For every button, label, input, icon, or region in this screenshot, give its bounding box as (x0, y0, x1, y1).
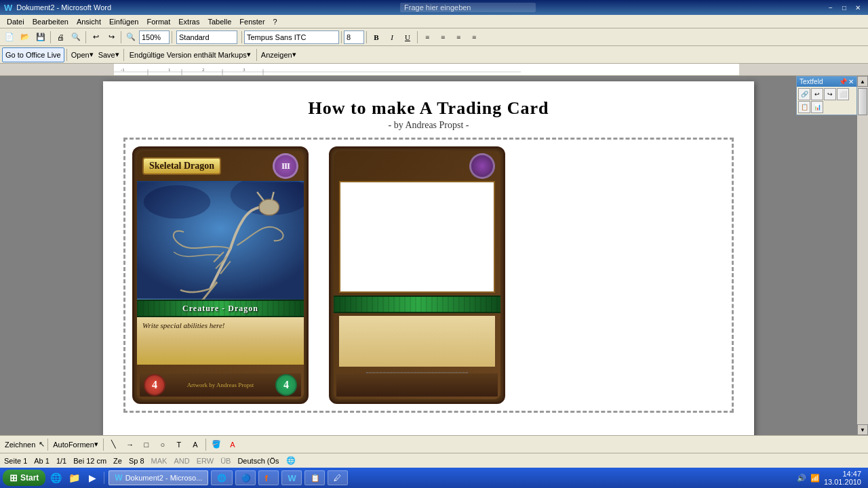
ruler: -1 1 2 3 (0, 64, 868, 76)
anzeigen-dropdown[interactable]: Anzeigen▾ (259, 47, 298, 62)
align-left-button[interactable]: ≡ (420, 30, 435, 45)
rect-tool[interactable]: □ (139, 437, 154, 452)
draw-label: Zeichnen (3, 437, 37, 452)
minimize-button[interactable]: − (825, 3, 837, 12)
align-center-button[interactable]: ≡ (435, 30, 450, 45)
open-tb-label: Open (71, 51, 90, 59)
taskbar-app5[interactable]: W (281, 470, 302, 485)
word-taskbar-icon: W (115, 473, 122, 483)
toolbar-standard: 📄 📂 💾 🖨 🔍 ↩ ↪ 🔍 B I U ≡ ≡ ≡ ≡ (0, 28, 868, 46)
maximize-button[interactable]: □ (838, 3, 850, 12)
ruler-right (739, 64, 868, 75)
taskbar-app4[interactable]: f (258, 470, 279, 485)
menu-fenster[interactable]: Fenster (235, 17, 269, 26)
underline-button[interactable]: U (400, 30, 415, 45)
taskbar-app3[interactable]: 🔵 (235, 470, 256, 485)
save-tb-label: Save (98, 51, 115, 59)
version-dropdown[interactable]: Endgültige Version enthält Markups▾ (126, 47, 254, 62)
status-ab: Ab 1 (34, 457, 50, 465)
tf-icon-2[interactable]: ↩ (811, 88, 823, 100)
scroll-thumb[interactable] (858, 88, 867, 115)
print-preview-button[interactable]: 🔍 (68, 30, 83, 45)
line-tool[interactable]: ╲ (106, 437, 121, 452)
draw-toolbar: Zeichnen ↖ AutoFormen▾ ╲ → □ ○ T A 🪣 A (0, 435, 868, 453)
ie-quicklaunch[interactable]: 🌐 (48, 470, 64, 485)
status-page: Seite 1 (4, 457, 27, 465)
svg-text:-1: -1 (121, 67, 125, 73)
menu-bearbeiten[interactable]: Bearbeiten (28, 17, 73, 26)
tf-icon-1[interactable]: 🔗 (798, 88, 810, 100)
close-button[interactable]: ✕ (852, 3, 864, 12)
tf-icon-6[interactable]: 📊 (811, 101, 823, 113)
card-right-artwork (339, 181, 495, 293)
svg-point-12 (259, 199, 279, 216)
card-type-bar-left: Creature - Dragon (137, 300, 304, 317)
style-box[interactable] (176, 30, 237, 44)
style-dropdown[interactable] (174, 30, 239, 45)
textfeld-pin-icon[interactable]: 📌 (839, 78, 847, 85)
scroll-up-arrow[interactable]: ▲ (857, 76, 868, 87)
font-box[interactable] (244, 30, 339, 44)
menu-tabelle[interactable]: Tabelle (203, 17, 235, 26)
textbox-tool[interactable]: T (172, 437, 186, 452)
menu-format[interactable]: Format (142, 17, 174, 26)
tf-icon-3[interactable]: ↪ (824, 88, 836, 100)
menu-ansicht[interactable]: Ansicht (73, 17, 105, 26)
open-button[interactable]: 📂 (18, 30, 33, 45)
save-button-tb[interactable]: 💾 (33, 30, 48, 45)
align-justify-button[interactable]: ≡ (467, 30, 481, 45)
taskbar-word-app[interactable]: W Dokument2 - Microso... (108, 470, 208, 485)
arrow-tool[interactable]: → (123, 437, 138, 452)
wordart-tool[interactable]: A (188, 437, 203, 452)
open-tb-button[interactable]: Open▾ (69, 47, 96, 62)
dragon-svg (137, 181, 304, 300)
vscrollbar[interactable]: ▲ ▼ (857, 76, 868, 435)
save-tb-button[interactable]: Save▾ (96, 47, 121, 62)
bold-button[interactable]: B (369, 30, 384, 45)
print-button[interactable]: 🖨 (53, 30, 68, 45)
tf-icon-5[interactable]: 📋 (798, 101, 810, 113)
italic-button[interactable]: I (384, 30, 399, 45)
page-title: How to make A Trading Card (123, 98, 734, 119)
textfeld-close-icon[interactable]: ✕ (848, 78, 854, 85)
menu-help[interactable]: ? (269, 17, 281, 26)
window-title: Dokument2 - Microsoft Word (16, 3, 111, 12)
fill-color-btn[interactable]: 🪣 (209, 437, 224, 452)
start-button[interactable]: ⊞ Start (3, 470, 45, 486)
card-abilities-text: Write special abilities here! (142, 321, 224, 329)
menu-datei[interactable]: Datei (3, 17, 28, 26)
mana-circle-left: III (273, 153, 298, 179)
titlebar: W Dokument2 - Microsoft Word Frage hier … (0, 0, 868, 15)
volume-icon[interactable]: 🔊 (797, 474, 806, 483)
tf-icon-4[interactable]: ⬜ (837, 88, 849, 100)
taskbar-app6[interactable]: 📋 (304, 470, 325, 485)
office-live-button[interactable]: Go to Office Live (2, 47, 64, 62)
card-header-left: Skeletal Dragon III (137, 151, 304, 181)
status-bei: Bei 12 cm (73, 457, 106, 465)
sep-t2-1 (66, 49, 67, 61)
help-search-text: Frage hier eingeben (404, 3, 471, 12)
start-label: Start (20, 473, 39, 483)
oval-tool[interactable]: ○ (155, 437, 170, 452)
ie-taskbar-icon: 🌐 (217, 474, 226, 483)
font-size-box[interactable] (344, 30, 364, 44)
menu-einfuegen[interactable]: Einfügen (105, 17, 142, 26)
svg-point-10 (144, 185, 210, 218)
autoformen-button[interactable]: AutoFormen▾ (51, 437, 100, 452)
menu-extras[interactable]: Extras (174, 17, 203, 26)
zoom-input[interactable] (139, 30, 170, 44)
network-icon[interactable]: 📶 (810, 474, 820, 483)
align-right-button[interactable]: ≡ (451, 30, 466, 45)
new-button[interactable]: 📄 (2, 30, 17, 45)
undo-button[interactable]: ↩ (88, 30, 103, 45)
explorer-quicklaunch[interactable]: 📁 (66, 470, 82, 485)
font-color-btn[interactable]: A (225, 437, 240, 452)
media-quicklaunch[interactable]: ▶ (85, 470, 100, 485)
taskbar-app7[interactable]: 🖊 (328, 470, 348, 485)
redo-button[interactable]: ↪ (104, 30, 119, 45)
status-lang: Deutsch (Ös (237, 457, 279, 465)
card-footer-left: 4 Artwork by Andreas Propst 4 (140, 373, 301, 396)
scroll-down-arrow[interactable]: ▼ (857, 424, 868, 435)
taskbar-ie-app[interactable]: 🌐 (211, 470, 233, 485)
app-wrapper: W Dokument2 - Microsoft Word Frage hier … (0, 0, 868, 488)
